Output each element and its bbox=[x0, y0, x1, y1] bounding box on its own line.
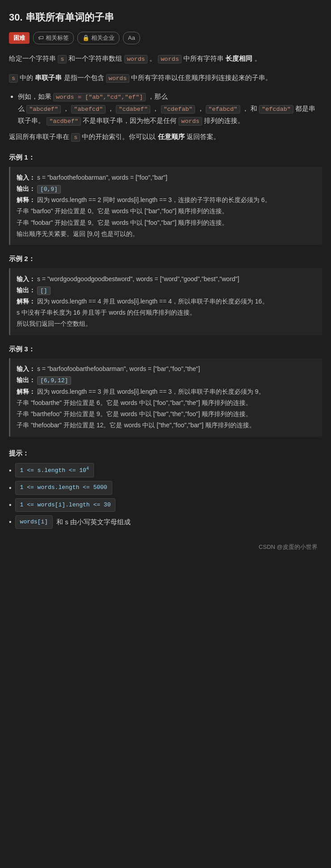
example1-explain-text: 因为 words.length == 2 同时 words[i].length … bbox=[17, 196, 271, 237]
desc-and: 和一个字符串数组 bbox=[68, 55, 124, 62]
related-company-button[interactable]: 🔒 相关企业 bbox=[77, 32, 119, 44]
hints-section: 提示： 1 <= s.length <= 104 1 <= words.leng… bbox=[9, 447, 322, 529]
s-ref2: s bbox=[71, 133, 80, 142]
v6: "efcdab" bbox=[259, 105, 293, 114]
words-var2: words bbox=[158, 55, 182, 63]
v2: "abefcd" bbox=[71, 105, 106, 114]
example3-title: 示例 3： bbox=[9, 343, 322, 355]
related-tags-button[interactable]: 🏷 相关标签 bbox=[33, 32, 74, 44]
hint-item-1: 1 <= s.length <= 104 bbox=[9, 463, 322, 477]
example2-output-row: 输出： [] bbox=[17, 285, 316, 296]
desc-intro: 给定一个字符串 bbox=[9, 55, 58, 62]
tag-icon: 🏷 bbox=[38, 33, 44, 43]
description-para2: s 中的 串联子串 是指一个包含 words 中所有字符串以任意顺序排列连接起来… bbox=[9, 72, 322, 84]
lock-icon: 🔒 bbox=[82, 33, 89, 43]
desc-same: 中所有字符串 bbox=[183, 55, 225, 62]
hint-code-2: 1 <= words.length <= 5000 bbox=[15, 481, 112, 494]
words-ref: words bbox=[178, 117, 202, 126]
s-var: s bbox=[58, 55, 67, 63]
example1-output-row: 输出： [0,9] bbox=[17, 183, 316, 194]
desc-period: 。 bbox=[149, 55, 156, 62]
desc-period2: 。 bbox=[255, 55, 261, 62]
s-var3: s bbox=[9, 74, 18, 83]
example3-output-row: 输出： [6,9,12] bbox=[17, 375, 316, 386]
example-bullet-list: 例如，如果 words = ["ab","cd","ef"] ，那么 么 "ab… bbox=[18, 91, 322, 127]
bold-same-length: 长度相同 bbox=[225, 55, 252, 62]
sep4: ， bbox=[197, 105, 204, 112]
hints-title: 提示： bbox=[9, 447, 322, 459]
example1-output-label: 输出： bbox=[17, 185, 35, 192]
and-text: 和 bbox=[250, 105, 259, 112]
example3-output-value: [6,9,12] bbox=[37, 376, 71, 385]
example1-block: 输入： s = "barfoothefoobarman", words = ["… bbox=[9, 167, 322, 245]
example3-explain-text: 因为 words.length == 3 并且 words[i].length … bbox=[17, 388, 265, 429]
example3-explain-row: 解释： 因为 words.length == 3 并且 words[i].len… bbox=[17, 386, 316, 431]
return-end: 返回答案。 bbox=[187, 133, 220, 140]
bullet-example: 例如，如果 words = ["ab","cd","ef"] ，那么 么 "ab… bbox=[18, 91, 322, 127]
not-valid-text: 不是串联子串，因为他不是任何 bbox=[83, 117, 178, 124]
v1: "abcdef" bbox=[26, 105, 61, 114]
not-concat: 排列的连接。 bbox=[204, 117, 244, 124]
words-var: words bbox=[124, 55, 148, 63]
example3-input-label: 输入： bbox=[17, 365, 35, 372]
return-desc: 返回所有串联子串在 s 中的开始索引。你可以以 任意顺序 返回答案。 bbox=[9, 131, 322, 143]
sep2: ， bbox=[107, 105, 114, 112]
desc-rest: 中所有字符串以任意顺序排列连接起来的子串。 bbox=[131, 74, 272, 81]
example2-title: 示例 2： bbox=[9, 253, 322, 265]
example1-explain-row: 解释： 因为 words.length == 2 同时 words[i].len… bbox=[17, 194, 316, 240]
hints-list: 1 <= s.length <= 104 1 <= words.length <… bbox=[9, 463, 322, 529]
example2-input-row: 输入： s = "wordgoodgoodgoodbestword", word… bbox=[17, 274, 316, 285]
tags-row: 困难 🏷 相关标签 🔒 相关企业 Aa bbox=[9, 32, 322, 44]
desc-middle: 中的 bbox=[20, 74, 35, 81]
example1-title: 示例 1： bbox=[9, 152, 322, 163]
v4: "cdefab" bbox=[161, 105, 195, 114]
return-mid: 中的开始索引。你可以以 bbox=[82, 133, 157, 140]
example2-output-value: [] bbox=[37, 287, 51, 295]
font-button[interactable]: Aa bbox=[123, 32, 140, 44]
example1-input-value: s = "barfoothefoobarman", words = ["foo"… bbox=[37, 174, 167, 181]
hint-text-4: 和 s 由小写英文字母组成 bbox=[56, 516, 131, 528]
example3-input-value: s = "barfoofoobarthefoobarman", words = … bbox=[37, 365, 200, 372]
hint-item-3: 1 <= words[i].length <= 30 bbox=[9, 498, 322, 512]
hint-code-4: words[i] bbox=[15, 515, 53, 529]
example2-explain-label: 解释： bbox=[17, 298, 35, 305]
v5: "efabcd" bbox=[206, 105, 240, 114]
example3-block: 输入： s = "barfoofoobarthefoobarman", word… bbox=[9, 358, 322, 436]
return-start: 返回所有串联子串在 bbox=[9, 133, 71, 140]
hint-code-3: 1 <= words[i].length <= 30 bbox=[15, 498, 116, 512]
example1-input-row: 输入： s = "barfoothefoobarman", words = ["… bbox=[17, 172, 316, 183]
hint-code-1: 1 <= s.length <= 104 bbox=[15, 463, 94, 477]
example1-input-label: 输入： bbox=[17, 174, 35, 181]
example2-output-label: 输出： bbox=[17, 287, 35, 294]
words-eq-code: words = ["ab","cd","ef"] bbox=[53, 93, 145, 101]
words-var3: words bbox=[106, 74, 130, 83]
example1-output-value: [0,9] bbox=[37, 185, 61, 194]
example3-output-label: 输出： bbox=[17, 376, 35, 383]
example2-explain-row: 解释： 因为 words.length == 4 并且 words[i].len… bbox=[17, 296, 316, 330]
example3-explain-label: 解释： bbox=[17, 388, 35, 395]
footer: CSDN @皮蛋的小世界 bbox=[9, 542, 322, 552]
page-title: 30. 串联所有单词的子串 bbox=[9, 9, 322, 25]
v3: "cdabef" bbox=[116, 105, 150, 114]
sep1: ， bbox=[63, 105, 69, 112]
example2-input-label: 输入： bbox=[17, 275, 35, 282]
desc-is: 是指一个包含 bbox=[64, 74, 106, 81]
description-para1: 给定一个字符串 s 和一个字符串数组 words 。 words 中所有字符串 … bbox=[9, 52, 322, 65]
bullet-valids: 么 bbox=[18, 105, 26, 112]
example2-input-value: s = "wordgoodgoodgoodbestword", words = … bbox=[37, 275, 239, 282]
bold-concat: 串联子串 bbox=[35, 74, 62, 81]
bullet-intro: 例如，如果 bbox=[18, 93, 53, 100]
difficulty-tag[interactable]: 困难 bbox=[9, 32, 30, 44]
example3-input-row: 输入： s = "barfoofoobarthefoobarman", word… bbox=[17, 363, 316, 375]
sep5: ， bbox=[242, 105, 249, 112]
sep3: ， bbox=[152, 105, 159, 112]
hint-item-4: words[i] 和 s 由小写英文字母组成 bbox=[9, 515, 322, 529]
hint-item-2: 1 <= words.length <= 5000 bbox=[9, 481, 322, 494]
example2-block: 输入： s = "wordgoodgoodgoodbestword", word… bbox=[9, 268, 322, 335]
example1-explain-label: 解释： bbox=[17, 196, 35, 203]
invalid-code: "acdbef" bbox=[47, 117, 81, 126]
bullet-then: ，那么 bbox=[148, 93, 168, 100]
bold-any-order: 任意顺序 bbox=[158, 133, 185, 140]
example2-explain-text: 因为 words.length == 4 并且 words[i].length … bbox=[17, 298, 268, 327]
